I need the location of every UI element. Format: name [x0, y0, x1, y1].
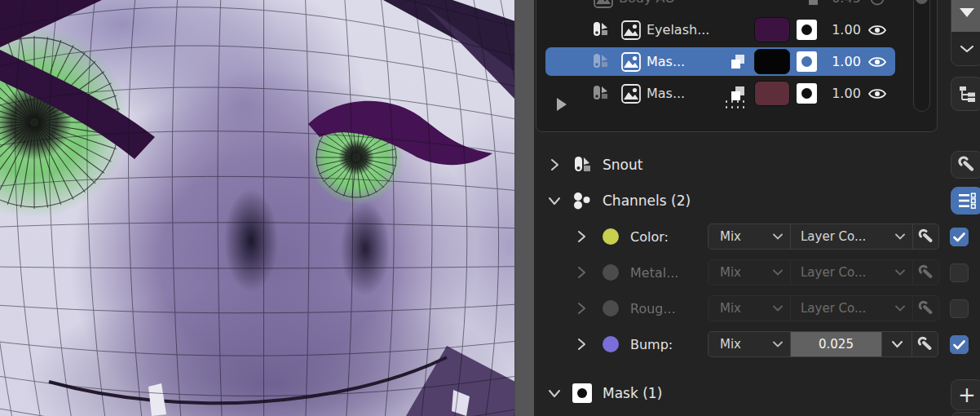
channel-value-dropdown[interactable]: Layer Co... — [790, 295, 913, 321]
color-swatch[interactable] — [754, 17, 790, 42]
chevron-right-icon[interactable] — [573, 266, 589, 279]
right-eyelash — [308, 101, 492, 165]
channel-label: Color: — [630, 229, 669, 245]
play-arrow-icon[interactable] — [557, 98, 567, 111]
chevron-right-icon[interactable] — [545, 158, 563, 171]
wrench-icon — [918, 264, 934, 281]
closed-eye-icon[interactable] — [867, 0, 887, 7]
layer-list-scrollbar[interactable] — [913, 0, 930, 112]
viewport-background-strip — [514, 0, 534, 416]
channel-checkbox-roughness[interactable] — [950, 299, 969, 318]
image-icon — [588, 0, 619, 9]
channel-label: Metal... — [630, 265, 678, 281]
blend-mode-dropdown[interactable]: Mix — [708, 259, 791, 285]
channel-dot — [603, 228, 619, 245]
eye-icon[interactable] — [867, 55, 887, 69]
collapse-button[interactable] — [951, 32, 980, 65]
add-mask-button[interactable]: + — [951, 379, 980, 410]
layer-opacity[interactable]: 1.00 — [825, 54, 867, 69]
layer-list: Body AO 0.45 Eyelash... 1.00 — [536, 0, 938, 132]
chevron-down-icon — [773, 341, 783, 347]
material-icon — [570, 155, 594, 175]
channel-row-metallic: Metal... Mix Layer Co... — [536, 259, 947, 286]
group-label: Channels (2) — [603, 193, 691, 209]
image-icon — [616, 51, 647, 73]
bump-dropdown-button[interactable] — [881, 331, 912, 357]
layer-painter-panel: Body AO 0.45 Eyelash... 1.00 — [534, 0, 980, 416]
channel-checkbox-metallic[interactable] — [950, 263, 969, 282]
layer-opacity[interactable]: 0.45 — [825, 0, 867, 6]
tree-outliner-icon — [957, 84, 977, 104]
channel-checkbox-color[interactable] — [950, 228, 969, 246]
3d-viewport[interactable] — [0, 0, 534, 416]
grip-dots[interactable] — [726, 100, 748, 112]
wrench-icon — [918, 228, 934, 245]
channel-value-dropdown[interactable]: Layer Co... — [790, 259, 913, 285]
check-icon — [953, 232, 965, 242]
list-presets-icon — [956, 191, 978, 210]
eye-icon[interactable] — [867, 23, 887, 38]
channel-row-roughness: Roug... Mix Layer Co... — [536, 294, 947, 322]
chevron-right-icon[interactable] — [573, 302, 589, 315]
chevron-down-icon — [895, 305, 905, 312]
tooth — [148, 383, 166, 416]
channel-settings-button[interactable] — [912, 331, 938, 357]
partial-button[interactable] — [951, 412, 980, 416]
group-snout[interactable]: Snout — [536, 151, 947, 179]
bump-distance-field[interactable]: 0.025 — [790, 331, 882, 357]
channel-settings-button[interactable] — [912, 295, 939, 321]
wrench-icon — [958, 156, 976, 174]
mask-icon — [570, 383, 594, 403]
chevron-down-icon — [895, 269, 905, 276]
layer-row-mask-selected[interactable]: Mas... 1.00 — [545, 47, 895, 76]
layer-row-eyelash[interactable]: Eyelash... 1.00 — [545, 15, 895, 44]
chevron-down-icon — [891, 340, 903, 348]
chevron-down-icon — [895, 233, 905, 240]
channel-dot — [603, 336, 619, 352]
chevron-down-icon[interactable] — [545, 197, 563, 206]
channel-row-color: Color: Mix Layer Co... — [536, 223, 947, 250]
group-mask[interactable]: Mask (1) — [536, 379, 947, 407]
mask-icon — [797, 51, 817, 72]
group-label: Snout — [603, 157, 642, 173]
group-label: Mask (1) — [603, 385, 662, 401]
group-channels[interactable]: Channels (2) — [536, 187, 947, 215]
blend-mode-dropdown[interactable]: Mix — [708, 295, 791, 321]
chevron-down-icon — [773, 233, 783, 240]
layer-list-footer — [545, 94, 928, 118]
channel-checkbox-bump[interactable] — [950, 335, 969, 354]
channel-value-dropdown[interactable]: Layer Co... — [790, 223, 913, 250]
channel-settings-button[interactable] — [912, 223, 939, 250]
material-icon — [588, 20, 616, 40]
layer-opacity[interactable]: 1.00 — [825, 22, 867, 38]
plus-icon: + — [958, 383, 976, 407]
layer-name: Body AO — [619, 0, 697, 6]
outliner-button[interactable] — [951, 77, 980, 111]
material-icon — [588, 52, 616, 72]
blend-mode-dropdown[interactable]: Mix — [708, 223, 791, 250]
layer-name: Eyelash... — [647, 22, 725, 38]
channel-settings-button[interactable] — [912, 259, 939, 285]
sort-button[interactable] — [951, 0, 980, 32]
viewport-overlay — [0, 0, 515, 416]
layer-row-body-ao[interactable]: Body AO 0.45 — [545, 0, 895, 12]
channel-label: Roug... — [630, 301, 676, 316]
snout-settings-button[interactable] — [951, 151, 980, 179]
stack-icon — [728, 52, 748, 72]
triangle-down-icon — [960, 8, 974, 17]
chevron-down-icon[interactable] — [545, 389, 563, 398]
channels-icon — [570, 190, 594, 211]
layer-name: Mas... — [647, 54, 725, 69]
wrench-icon — [918, 300, 934, 316]
blend-mode-dropdown[interactable]: Mix — [708, 331, 791, 357]
chevron-right-icon[interactable] — [573, 338, 589, 351]
chevron-right-icon[interactable] — [573, 230, 589, 243]
channel-presets-button[interactable] — [951, 187, 980, 215]
color-swatch[interactable] — [754, 49, 790, 74]
scrollbar-thumb[interactable] — [916, 0, 928, 4]
mask-icon — [797, 20, 817, 40]
chevron-down-icon — [773, 305, 783, 312]
channel-label: Bump: — [630, 337, 673, 352]
filter-segments — [951, 0, 980, 66]
wrench-icon — [917, 336, 934, 352]
